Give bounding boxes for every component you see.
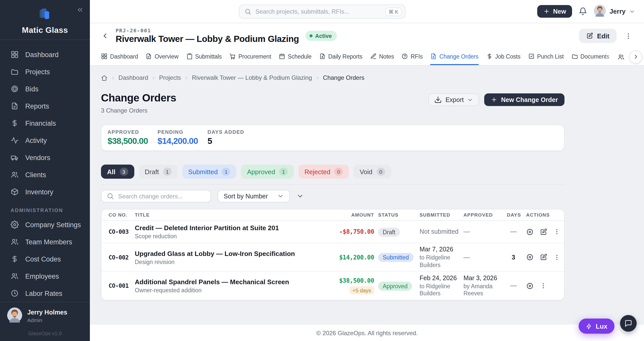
sidebar-collapse-button[interactable] [76, 6, 84, 16]
breadcrumb-item[interactable]: Projects [159, 74, 181, 81]
submitted-note: to Ridgeline Builders [420, 254, 463, 268]
sidebar-item-label: Dashboard [25, 51, 59, 58]
submitted-date: Mar 7, 2026 [420, 246, 463, 253]
tabs-overflow [604, 48, 644, 65]
summary-value: $14,200.00 [158, 136, 208, 146]
filter-chip-draft[interactable]: Draft1 [139, 165, 177, 179]
tab-overview[interactable]: Overview [146, 48, 178, 65]
row-menu-button[interactable] [553, 254, 560, 261]
note-icon [370, 53, 377, 60]
tab-schedule[interactable]: Schedule [279, 48, 312, 65]
sidebar-item-inventory[interactable]: Inventory [0, 183, 90, 200]
sidebar-user[interactable]: Jerry Holmes Admin [0, 302, 90, 328]
sidebar-item-cost-codes[interactable]: Cost Codes [0, 250, 90, 268]
topbar: Search projects, submittals, RFIs... ⌘ K… [90, 0, 644, 23]
tabs-scroll-right-button[interactable] [629, 50, 642, 63]
chevron-down-icon [277, 193, 284, 199]
column-header-actions: ACTIONS [526, 212, 558, 218]
sidebar-item-activity[interactable]: Activity [0, 132, 90, 149]
collapse-filters-button[interactable] [296, 192, 304, 200]
chat-button[interactable] [620, 315, 637, 332]
sidebar-item-projects[interactable]: Projects [0, 63, 90, 80]
column-header-days: DAYS [507, 212, 526, 218]
tab-punch-list[interactable]: Punch List [528, 48, 564, 65]
sidebar-item-label: Cost Codes [25, 255, 61, 263]
export-button[interactable]: Export [428, 93, 479, 106]
global-search-input[interactable]: Search projects, submittals, RFIs... ⌘ K [239, 5, 405, 19]
target-icon [11, 85, 19, 93]
tab-change-orders[interactable]: Change Orders [430, 48, 478, 65]
change-order-search-input[interactable]: Search change orders... [101, 190, 211, 202]
chip-count: 0 [376, 168, 385, 176]
row-menu-button[interactable] [553, 228, 560, 235]
breadcrumb-item[interactable]: Riverwalk Tower — Lobby & Podium Glazing [192, 74, 312, 81]
column-header-co-no: CO NO. [109, 212, 135, 218]
project-menu-button[interactable] [625, 32, 632, 40]
new-change-order-button[interactable]: New Change Order [484, 93, 564, 106]
edit-row-button[interactable] [540, 228, 547, 235]
back-button[interactable] [101, 32, 109, 40]
row-actions [526, 253, 560, 261]
view-button[interactable] [526, 253, 534, 261]
search-placeholder: Search projects, submittals, RFIs... [255, 8, 381, 15]
sidebar-item-team-members[interactable]: Team Members [0, 233, 90, 250]
approved-text: — [463, 228, 507, 235]
tab-submittals[interactable]: Submittals [186, 48, 222, 65]
dollar-icon [11, 119, 19, 127]
tab-rfis[interactable]: RFIs [402, 48, 423, 65]
sidebar-item-clients[interactable]: Clients [0, 166, 90, 183]
co-title-cell: Additional Spandrel Panels — Mechanical … [135, 278, 334, 293]
tab-notes[interactable]: Notes [370, 48, 394, 65]
breadcrumb-item[interactable]: Change Orders [323, 74, 364, 81]
sidebar-item-bids[interactable]: Bids [0, 80, 90, 97]
tab-job-costs[interactable]: Job Costs [486, 48, 520, 65]
filter-chip-void[interactable]: Void0 [354, 165, 391, 179]
sidebar-item-reports[interactable]: Reports [0, 97, 90, 115]
sidebar-item-label: Projects [25, 68, 50, 75]
sidebar-item-financials[interactable]: Financials [0, 115, 90, 132]
sidebar-item-vendors[interactable]: Vendors [0, 149, 90, 166]
co-title-cell: Upgraded Glass at Lobby — Low-Iron Speci… [135, 250, 334, 265]
tab-label: Punch List [537, 53, 564, 59]
summary-label: APPROVED [108, 129, 158, 135]
edit-row-button[interactable] [540, 253, 547, 261]
edit-button[interactable]: Edit [579, 29, 616, 43]
breadcrumb-item[interactable]: Dashboard [118, 74, 148, 81]
breadcrumb-home[interactable] [101, 74, 108, 81]
row-actions [526, 282, 558, 290]
view-button[interactable] [526, 228, 534, 235]
approved-text: — [463, 254, 507, 261]
sidebar-item-dashboard[interactable]: Dashboard [0, 46, 90, 63]
co-approved-cell: — [463, 228, 507, 235]
box-icon [11, 188, 19, 196]
tab-procurement[interactable]: Procurement [229, 48, 271, 65]
tab-documents[interactable]: Documents [571, 48, 609, 65]
clipboard-icon [186, 53, 193, 60]
view-button[interactable] [526, 282, 534, 290]
filter-chip-rejected[interactable]: Rejected0 [298, 165, 349, 179]
tab-dashboard[interactable]: Dashboard [101, 48, 138, 65]
sidebar-item-label: Inventory [25, 188, 53, 196]
sidebar-item-labor-rates[interactable]: Labor Rates [0, 285, 90, 302]
project-title: Riverwalk Tower — Lobby & Podium Glazing [116, 34, 299, 44]
lux-assistant-button[interactable]: Lux [579, 319, 614, 334]
chip-count: 1 [279, 168, 288, 176]
sidebar-header: Matic Glass [0, 0, 90, 40]
column-header-submitted: SUBMITTED [420, 212, 463, 218]
sidebar-item-employees[interactable]: Employees [0, 268, 90, 285]
chip-label: Draft [145, 168, 159, 175]
tab-daily-reports[interactable]: Daily Reports [319, 48, 362, 65]
new-button[interactable]: New [537, 5, 572, 18]
filter-chip-submitted[interactable]: Submitted1 [182, 165, 237, 179]
co-number: CO-002 [109, 254, 135, 261]
topbar-actions: New Jerry [537, 4, 644, 18]
sort-dropdown[interactable]: Sort by Number [218, 190, 290, 202]
sidebar-item-company-settings[interactable]: Company Settings [0, 216, 90, 233]
row-menu-button[interactable] [540, 282, 547, 289]
main-area: Search projects, submittals, RFIs... ⌘ K… [90, 0, 644, 341]
filter-chip-all[interactable]: All3 [101, 165, 134, 179]
filter-chip-approved[interactable]: Approved1 [241, 165, 294, 179]
co-days: — [507, 282, 526, 289]
notifications-button[interactable] [579, 7, 587, 16]
user-menu[interactable]: Jerry [594, 4, 635, 18]
